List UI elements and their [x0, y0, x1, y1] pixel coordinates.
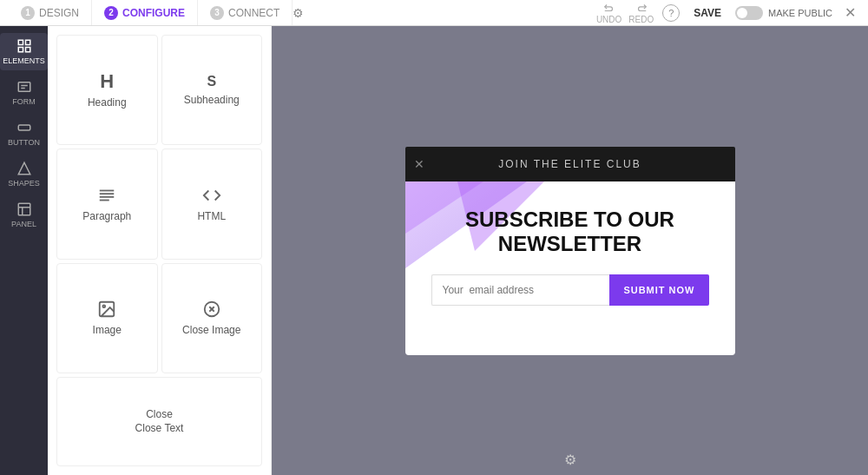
dark-bar: ✕ JOIN THE ELITE CLUB [405, 147, 735, 181]
subheading-preview: S [207, 75, 216, 89]
sidebar-label-elements: ELEMENTS [3, 56, 45, 65]
svg-rect-1 [25, 40, 30, 44]
make-public-label: MAKE PUBLIC [768, 8, 832, 18]
sidebar-item-elements[interactable]: ELEMENTS [0, 33, 48, 70]
svg-rect-0 [18, 40, 23, 44]
svg-rect-3 [25, 48, 30, 52]
element-heading-label: Heading [88, 96, 127, 109]
top-nav: 1 DESIGN 2 CONFIGURE 3 CONNECT ⚙ UNDO RE… [0, 0, 868, 26]
step-connect[interactable]: 3 CONNECT [198, 0, 293, 25]
element-subheading[interactable]: S Subheading [161, 35, 263, 145]
left-sidebar: ELEMENTS FORM BUTTON SHAPES PANEL [0, 26, 48, 475]
make-public-toggle-wrap: MAKE PUBLIC [735, 6, 832, 20]
popup-form: SUBMIT NOW [431, 274, 709, 306]
element-html-label: HTML [197, 210, 226, 222]
svg-rect-2 [18, 48, 23, 52]
step-num-configure: 2 [104, 6, 118, 20]
make-public-toggle[interactable] [735, 6, 763, 20]
svg-rect-4 [18, 82, 30, 92]
elements-icon [16, 38, 32, 54]
dark-bar-close-button[interactable]: ✕ [414, 157, 424, 171]
close-window-button[interactable]: ✕ [841, 4, 859, 21]
element-subheading-label: Subheading [184, 94, 240, 106]
sidebar-item-panel[interactable]: PANEL [0, 196, 48, 234]
settings-gear-button[interactable]: ⚙ [293, 6, 304, 20]
sidebar-label-form: FORM [12, 97, 36, 106]
email-input[interactable] [431, 274, 610, 306]
sidebar-item-button[interactable]: BUTTON [0, 115, 48, 152]
element-heading[interactable]: H Heading [56, 35, 158, 145]
element-close[interactable]: Close Close Text [56, 377, 262, 466]
sidebar-label-shapes: SHAPES [8, 179, 40, 188]
close-image-icon [202, 300, 221, 319]
elements-panel: H Heading S Subheading Paragraph HTM [48, 26, 272, 475]
html-icon [202, 186, 221, 205]
svg-point-18 [103, 306, 106, 308]
help-button[interactable]: ? [662, 4, 680, 22]
element-paragraph-label: Paragraph [82, 210, 131, 222]
step-design[interactable]: 1 DESIGN [9, 0, 92, 25]
sidebar-item-shapes[interactable]: SHAPES [0, 155, 48, 193]
heading-preview: H [100, 72, 114, 91]
panel-icon [16, 201, 32, 217]
step-label-configure: CONFIGURE [122, 7, 185, 19]
image-icon [97, 300, 116, 319]
element-image-label: Image [93, 324, 122, 336]
popup-container: ✕ JOIN THE ELITE CLUB [405, 147, 735, 355]
svg-rect-7 [18, 125, 30, 130]
element-close-image[interactable]: Close Image [161, 263, 263, 373]
redo-button[interactable]: REDO [628, 2, 654, 24]
element-close-image-label: Close Image [182, 324, 240, 336]
submit-button[interactable]: SUBMIT NOW [609, 274, 708, 306]
popup-title: SUBSCRIBE TO OUR NEWSLETTER [431, 208, 709, 258]
popup-content: SUBSCRIBE TO OUR NEWSLETTER SUBMIT NOW [405, 181, 735, 328]
undo-redo-group: UNDO REDO [596, 2, 654, 24]
save-button[interactable]: SAVE [688, 5, 727, 21]
element-paragraph[interactable]: Paragraph [56, 148, 158, 259]
dark-bar-text: JOIN THE ELITE CLUB [498, 158, 641, 170]
shapes-icon [16, 161, 32, 176]
paragraph-icon [97, 186, 116, 205]
main-area: ELEMENTS FORM BUTTON SHAPES PANEL [0, 26, 868, 475]
step-label-design: DESIGN [39, 7, 79, 19]
element-close-sublabel: Close Text [135, 422, 184, 434]
svg-marker-8 [18, 162, 30, 175]
step-label-connect: CONNECT [228, 7, 279, 19]
step-configure[interactable]: 2 CONFIGURE [92, 0, 198, 25]
element-html[interactable]: HTML [161, 148, 263, 259]
button-icon [16, 120, 32, 135]
elements-grid: H Heading S Subheading Paragraph HTM [48, 26, 271, 475]
nav-right: UNDO REDO ? SAVE MAKE PUBLIC ✕ [596, 2, 859, 24]
form-icon [16, 79, 32, 95]
sidebar-label-button: BUTTON [8, 138, 40, 147]
sidebar-label-panel: PANEL [11, 220, 36, 228]
step-num-connect: 3 [210, 6, 224, 20]
svg-rect-10 [18, 203, 30, 215]
element-close-label: Close [146, 408, 173, 420]
undo-button[interactable]: UNDO [596, 2, 621, 24]
element-image[interactable]: Image [56, 263, 158, 373]
canvas-area: ✕ JOIN THE ELITE CLUB [272, 26, 868, 475]
step-num-design: 1 [21, 6, 35, 20]
popup-modal: SUBSCRIBE TO OUR NEWSLETTER SUBMIT NOW [405, 181, 735, 355]
sidebar-item-form[interactable]: FORM [0, 74, 48, 111]
canvas-gear-icon[interactable]: ⚙ [564, 452, 576, 468]
